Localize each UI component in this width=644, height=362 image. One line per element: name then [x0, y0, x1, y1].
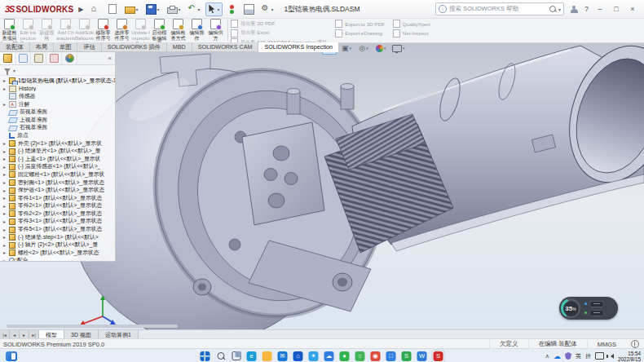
dropdown-arrow-icon[interactable]: ▾ [179, 7, 181, 12]
qa-select[interactable]: ▾ [205, 2, 223, 16]
tree-item[interactable]: ▸ 前视基准面 [0, 108, 115, 116]
volume-icon[interactable] [608, 354, 614, 359]
tree-item[interactable]: ▸ 密封圈<1> (默认<<默认>_显示状态 [0, 179, 115, 187]
tree-item[interactable]: ▸ 零件1<1> (默认<<默认>_显示状态 [0, 194, 115, 202]
tree-item[interactable]: ▸ 原点 [0, 131, 115, 139]
tree-item[interactable]: ▸ 固定螺栓<1> (默认<<默认>_显示状 [0, 170, 115, 179]
taskbar-icon-edge[interactable]: e [246, 351, 258, 362]
onedrive-icon[interactable]: ☁ [554, 352, 561, 360]
panel-tab-features[interactable] [0, 52, 15, 64]
expand-arrow-icon[interactable]: ▸ [3, 140, 9, 146]
dropdown-arrow-icon[interactable]: ▾ [136, 7, 139, 12]
widgets-icon[interactable] [6, 351, 17, 361]
model-terminal-block[interactable] [242, 122, 324, 225]
tree-item[interactable]: ▸ 上视基准面 [0, 116, 115, 124]
search-dropdown-icon[interactable]: ▾ [558, 7, 561, 12]
qa-undo[interactable]: ▾ [186, 2, 203, 16]
tray-expand-icon[interactable]: ∧ [545, 353, 549, 360]
zoom-ring[interactable]: 35 % [561, 298, 580, 318]
taskbar-icon-green-app[interactable]: ● [339, 351, 351, 362]
ribbon-button[interactable]: 编辑供方 [206, 18, 225, 42]
qa-rebuild[interactable] [241, 2, 257, 16]
filter-funnel-icon[interactable] [4, 68, 11, 73]
taskbar-icon-file-explorer[interactable] [262, 351, 273, 362]
tree-item[interactable]: ▸ (-) 绝缘垫片<1> (默认<<默认>_显 [0, 147, 115, 155]
ribbon-button[interactable]: 移除零件序号 [94, 18, 112, 42]
widget-toggle-bottom[interactable] [589, 310, 604, 316]
export-command[interactable]: 导出至 2D PDF [231, 20, 327, 28]
ribbon-tab[interactable]: MBD [167, 42, 192, 52]
view-toolbar-view-settings[interactable]: ▾ [390, 42, 407, 55]
qa-new-document[interactable] [105, 2, 120, 16]
user-account-icon[interactable] [571, 6, 578, 13]
qa-open[interactable]: ▾ [122, 2, 141, 16]
export-command[interactable]: Export to 3D PDF [335, 20, 385, 28]
ribbon-button[interactable]: 编辑操作 [187, 18, 206, 42]
tree-root-assembly[interactable]: ▸ 1型铠装热电偶 (默认<默认>_显示状态-1 [0, 77, 115, 85]
expand-arrow-icon[interactable]: ▸ [3, 164, 9, 170]
expand-arrow-icon[interactable]: ▸ [3, 148, 9, 154]
units-selector[interactable]: MMGS [587, 341, 626, 348]
expand-arrow-icon[interactable]: ▸ [3, 77, 9, 83]
tree-item[interactable]: ▸ 零件2<2> (默认<<默认>_显示状态 [0, 210, 115, 218]
taskbar-icon-photos[interactable]: ✶ [308, 351, 320, 362]
search-icon[interactable] [549, 6, 556, 12]
expand-arrow-icon[interactable]: ▸ [3, 188, 9, 193]
view-toolbar-hide-show-items[interactable]: ◎ ▾ [356, 42, 371, 55]
qa-print[interactable]: ▾ [165, 2, 183, 16]
taskbar-icon-solidworks[interactable]: S [432, 350, 445, 362]
qa-save[interactable]: ▾ [143, 2, 162, 16]
ribbon-tab[interactable]: 布局 [30, 42, 54, 52]
taskbar-icon-chrome[interactable]: ◉ [370, 351, 382, 362]
tree-item[interactable]: ▸ (-) 轴片 (2)<2> (默认<<默认>_显 [0, 241, 115, 249]
panel-tab-configurations[interactable] [31, 52, 46, 64]
taskbar-icon-store[interactable]: ⌂ [293, 351, 304, 362]
taskbar-icon-mail[interactable]: ✉ [277, 351, 289, 362]
expand-arrow-icon[interactable]: ▸ [3, 242, 9, 248]
export-command[interactable]: 导出至 Excel [231, 29, 327, 38]
ribbon-button[interactable]: 新建规格 [37, 18, 56, 42]
ribbon-button[interactable]: 选择零件序号 [112, 18, 131, 42]
filter-dropdown-icon[interactable]: ▾ [13, 68, 15, 73]
expand-arrow-icon[interactable]: ▸ [3, 86, 9, 91]
expand-arrow-icon[interactable]: ▸ [3, 101, 9, 107]
clock[interactable]: 15:54 2022/8/15 [618, 351, 641, 362]
expand-arrow-icon[interactable]: ▸ [3, 258, 9, 261]
tree-item[interactable]: ▸ (-) 温度传感器<1> (默认<<默认>_ [0, 163, 115, 171]
ribbon-button[interactable]: 编辑检查方式 [169, 18, 187, 42]
ribbon-tab[interactable]: 评估 [77, 42, 101, 52]
taskbar-icon-cloud-drive[interactable]: ☁ [324, 351, 335, 362]
expand-arrow-icon[interactable]: ▸ [3, 156, 9, 161]
security-shield-icon[interactable] [565, 352, 571, 360]
ribbon-tab[interactable]: 草图 [54, 42, 77, 52]
horizontal-scrollbar[interactable] [7, 324, 178, 328]
dropdown-arrow-icon[interactable]: ▾ [350, 46, 352, 51]
tree-item[interactable]: ▸ 零件2<1> (默认<<默认>_显示状态 [0, 202, 115, 210]
expand-arrow-icon[interactable]: ▸ [3, 227, 9, 232]
dropdown-arrow-icon[interactable]: ▾ [366, 46, 368, 51]
ribbon-button[interactable]: Add/Edit Balloons [75, 18, 94, 42]
ime-language-indicator[interactable]: 英 [576, 352, 581, 360]
search-input[interactable]: i 搜索 SOLIDWORKS 帮助 ▾ [435, 2, 564, 15]
touch-keyboard-icon[interactable] [595, 352, 604, 360]
taskbar-icon-wps-doc[interactable]: W [417, 351, 428, 362]
viewport-zoom-widget[interactable]: 35 % [559, 297, 618, 320]
ribbon-button[interactable]: 启动模板编辑器 [150, 18, 169, 42]
ribbon-tab[interactable]: 装配体 [0, 42, 30, 52]
ribbon-button[interactable]: Update Inspection Project [131, 18, 150, 42]
export-command[interactable]: Export eDrawing [335, 29, 385, 38]
ribbon-tab[interactable]: SOLIDWORKS Inspection [258, 42, 339, 52]
ribbon-tab[interactable]: SOLIDWORKS CAM [192, 42, 259, 52]
expand-arrow-icon[interactable]: ▸ [3, 171, 9, 177]
taskbar-icon-remote-desktop[interactable]: □ [386, 351, 397, 362]
view-toolbar-edit-appearance[interactable]: ▾ [373, 42, 388, 55]
qa-options[interactable]: ▾ [259, 2, 276, 16]
view-toolbar-display-style[interactable]: ▣ ▾ [339, 42, 354, 55]
tree-item[interactable]: ▸ 零件3<1> (默认<<默认>_显示状态 [0, 218, 115, 226]
tree-item[interactable]: ▸ 注解 [0, 100, 115, 108]
tree-item[interactable]: ▸ 右视基准面 [0, 124, 115, 132]
panel-tab-dimxpert[interactable] [46, 52, 62, 64]
close-button[interactable]: × [628, 5, 637, 13]
taskbar-icon-task-view[interactable] [231, 351, 242, 362]
tree-item[interactable]: ▸ 传感器 [0, 92, 115, 100]
